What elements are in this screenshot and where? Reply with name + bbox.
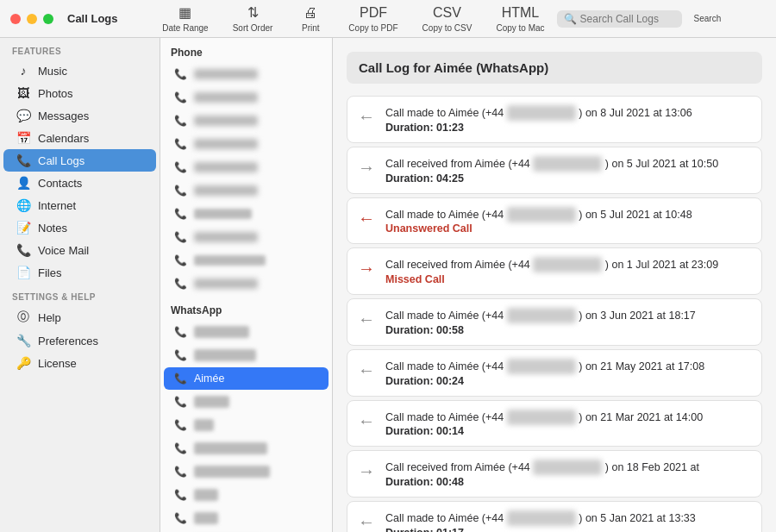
- contact-brett-boulton[interactable]: 📞 Brett Boulton: [164, 344, 329, 366]
- sidebar-item-label-music: Music: [38, 65, 67, 78]
- list-item[interactable]: 📞 +10239112061: [164, 179, 329, 202]
- sidebar-item-calendars[interactable]: 📅 Calendars: [3, 127, 156, 149]
- call-info: Call received from Aimée (+44 XXXXXXXXXX…: [385, 257, 751, 285]
- copy-to-pdf-button[interactable]: PDF Copy to PDF: [336, 1, 410, 35]
- sidebar-item-files[interactable]: 📄 Files: [3, 261, 156, 284]
- list-item[interactable]: 📞 Maya Benson: [164, 203, 329, 225]
- sidebar-item-photos[interactable]: 🖼 Photos: [3, 82, 156, 104]
- list-item[interactable]: 📞 +01423010858: [164, 272, 329, 295]
- call-entry: ← Call made to Aimée (+44 XXXXXXXXXX ) o…: [347, 298, 762, 346]
- sort-order-button[interactable]: ⇅ Sort Order: [221, 1, 285, 35]
- sidebar-item-music[interactable]: ♪ Music: [3, 59, 156, 82]
- list-item[interactable]: 📞 Stuart Neighbour: [164, 249, 329, 272]
- phone-icon: 📞: [174, 161, 187, 173]
- help-icon: ⓪: [16, 310, 31, 325]
- contact-tom-henderson[interactable]: 📞 Tom Henderson: [164, 460, 329, 483]
- search-input[interactable]: [580, 13, 675, 25]
- sidebar-item-voicemail[interactable]: 📞 Voice Mail: [3, 239, 156, 261]
- internet-icon: 🌐: [16, 198, 31, 212]
- copy-to-pdf-label: Copy to PDF: [348, 23, 397, 33]
- phone-icon: 📞: [174, 185, 187, 197]
- call-entry: ← Call made to Aimée (+44 XXXXXXXXXX ) o…: [347, 501, 762, 532]
- phone-icon: 📞: [174, 326, 187, 338]
- copy-to-mac-button[interactable]: HTML Copy to Mac: [484, 1, 556, 35]
- detail-panel: Call Log for Aimée (WhatsApp) ← Call mad…: [333, 38, 776, 532]
- phone-icon: 📞: [174, 68, 187, 80]
- list-item[interactable]: 📞 +17786834150: [164, 226, 329, 248]
- sidebar-item-call-logs[interactable]: 📞 Call Logs: [3, 149, 156, 172]
- print-label: Print: [302, 23, 320, 33]
- call-entry: ← Call made to Aimée (+44 XXXXXXXXXX ) o…: [347, 400, 762, 448]
- contact-andy-gillen[interactable]: 📞 Andy Gillen: [164, 321, 329, 343]
- call-description: Call made to Aimée (+44 XXXXXXXXXX ) on …: [385, 105, 751, 122]
- messages-icon: 💬: [16, 109, 31, 122]
- call-status: Unanswered Call: [385, 222, 751, 235]
- whatsapp-section-header: WhatsApp: [160, 296, 332, 320]
- sidebar-item-label-call-logs: Call Logs: [38, 154, 84, 167]
- list-item[interactable]: 📞 +17908078708: [164, 63, 329, 85]
- voicemail-icon: 📞: [16, 243, 31, 257]
- sidebar-item-help[interactable]: ⓪ Help: [3, 305, 156, 329]
- call-info: Call made to Aimée (+44 XXXXXXXXXX ) on …: [385, 410, 751, 438]
- search-bar[interactable]: 🔍: [557, 10, 682, 28]
- sidebar-item-notes[interactable]: 📝 Notes: [3, 216, 156, 239]
- files-icon: 📄: [16, 266, 31, 279]
- call-description: Call made to Aimée (+44 XXXXXXXXXX ) on …: [385, 207, 751, 223]
- call-info: Call received from Aimée (+44 XXXXXXXXXX…: [385, 460, 751, 488]
- search-icon: 🔍: [564, 13, 577, 25]
- sidebar-item-internet[interactable]: 🌐 Internet: [3, 194, 156, 216]
- contact-adam-richards[interactable]: 📞 Adam Richards: [164, 437, 329, 460]
- unanswered-arrow-icon: ←: [358, 209, 375, 228]
- maximize-button[interactable]: [43, 14, 53, 24]
- minimize-button[interactable]: [27, 14, 37, 24]
- phone-icon: 📞: [174, 489, 187, 501]
- phone-icon: 📞: [174, 512, 187, 524]
- call-description: Call received from Aimée (+44 XXXXXXXXXX…: [385, 257, 751, 273]
- outgoing-arrow-icon: ←: [358, 411, 375, 431]
- contact-mom[interactable]: 📞 Mom: [164, 507, 329, 529]
- print-button[interactable]: 🖨 Print: [285, 1, 336, 35]
- main-content: Features ♪ Music 🖼 Photos 💬 Messages 📅 C…: [0, 38, 776, 532]
- phone-icon: 📞: [174, 138, 187, 150]
- sidebar-item-contacts[interactable]: 👤 Contacts: [3, 172, 156, 194]
- incoming-arrow-icon: →: [358, 158, 375, 178]
- call-duration: Duration: 00:48: [385, 476, 751, 488]
- print-icon: 🖨: [304, 4, 317, 21]
- license-icon: 🔑: [16, 356, 31, 370]
- contact-markus[interactable]: 📞 Markus: [164, 391, 329, 413]
- sidebar-item-label-messages: Messages: [38, 110, 89, 122]
- call-duration: Duration: 00:14: [385, 425, 751, 437]
- phone-icon: 📞: [174, 349, 187, 361]
- call-info: Call received from Aimée (+44 XXXXXXXXXX…: [385, 156, 751, 185]
- call-description: Call received from Aimée (+44 XXXXXXXXXX…: [385, 156, 751, 172]
- missed-arrow-icon: →: [358, 259, 375, 279]
- sidebar-item-label-contacts: Contacts: [38, 177, 82, 190]
- sidebar-item-messages[interactable]: 💬 Messages: [3, 104, 156, 127]
- copy-to-csv-button[interactable]: CSV Copy to CSV: [410, 1, 485, 35]
- date-range-button[interactable]: ▦ Date Range: [150, 1, 220, 35]
- sidebar-item-preferences[interactable]: 🔧 Preferences: [3, 329, 156, 352]
- call-description: Call received from Aimée (+44 XXXXXXXXXX…: [385, 460, 751, 476]
- calendars-icon: 📅: [16, 131, 31, 145]
- list-item[interactable]: 📞 +16899679074: [164, 86, 329, 109]
- list-item[interactable]: 📞 +10362133181: [164, 156, 329, 178]
- call-description: Call made to Aimée (+44 XXXXXXXXXX ) on …: [385, 359, 751, 375]
- list-item[interactable]: 📞 +10895044434: [164, 133, 329, 155]
- contact-faye[interactable]: 📞 Faye: [164, 484, 329, 506]
- contact-aimee[interactable]: 📞 Aimée: [164, 367, 329, 390]
- toolbar: ▦ Date Range ⇅ Sort Order 🖨 Print PDF Co…: [118, 1, 766, 35]
- date-range-icon: ▦: [178, 4, 191, 21]
- call-entry: → Call received from Aimée (+44 XXXXXXXX…: [347, 247, 762, 295]
- call-status: Missed Call: [385, 273, 751, 285]
- sidebar-item-label-notes: Notes: [38, 222, 67, 235]
- sidebar-item-label-internet: Internet: [38, 199, 76, 212]
- window-controls: [10, 14, 53, 24]
- phone-icon: 📞: [174, 115, 187, 127]
- contact-dad[interactable]: 📞 Dad: [164, 414, 329, 436]
- phone-icon: 📞: [174, 91, 187, 103]
- sort-order-label: Sort Order: [233, 23, 273, 33]
- close-button[interactable]: [10, 14, 21, 24]
- phone-icon: 📞: [174, 466, 187, 478]
- sidebar-item-license[interactable]: 🔑 License: [3, 352, 156, 374]
- list-item[interactable]: 📞 +17895347008: [164, 110, 329, 132]
